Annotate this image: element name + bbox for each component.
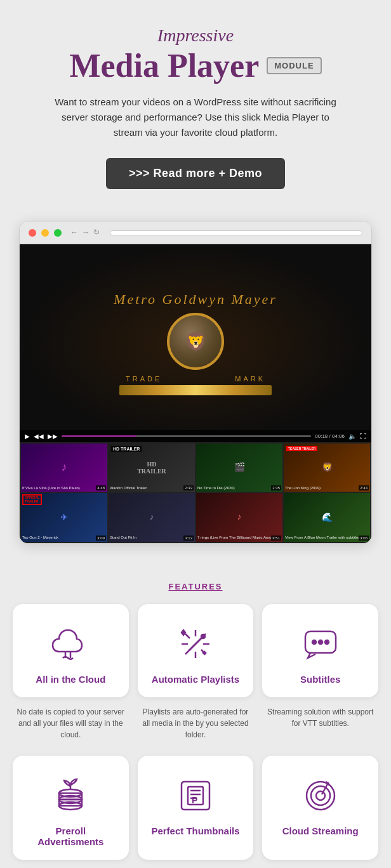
svg-point-12 xyxy=(319,640,322,644)
page-wrapper: Impressive Media Player MODULE Want to s… xyxy=(0,0,391,868)
playlist-item[interactable]: 🎬 No Time to Die (2020) 2:35 xyxy=(196,444,282,492)
feature-desc-playlists: Playlists are auto-generated for all med… xyxy=(138,706,254,740)
playlist-item[interactable]: ♪ Stand Out Fit In 3:13 xyxy=(109,493,195,542)
playlist-title: If Viva La Vida (Live in São Paulo) xyxy=(22,486,106,490)
thumb-visual: ♪ xyxy=(196,493,282,542)
playlist-title: View From A Blue Moon Trailer with subti… xyxy=(285,536,369,540)
volume-icon[interactable]: 🔈 xyxy=(348,433,356,440)
fullscreen-icon[interactable]: ⛶ xyxy=(360,433,366,440)
next-button[interactable]: ▶▶ xyxy=(48,433,58,440)
thumb-visual: 🌊 xyxy=(284,493,370,542)
playlist-duration: 4:48 xyxy=(96,485,106,490)
hd-badge: HD TRAILER xyxy=(111,446,142,452)
thumb-visual: 🎬 xyxy=(196,444,282,492)
feature-card-subtitles: Subtitles xyxy=(262,604,378,697)
mgm-lion-circle: 🦁 xyxy=(167,313,224,370)
hero-description: Want to stream your videos on a WordPres… xyxy=(50,95,341,140)
hero-title-text: Media Player xyxy=(69,47,259,84)
mgm-trademark: TRADE MARK xyxy=(126,375,265,383)
trade-text: TRADE xyxy=(126,375,162,383)
feature-name-preroll: Preroll Advertisments xyxy=(23,825,119,847)
playlist-duration: 3:09 xyxy=(96,536,106,541)
feature-card-cloud: All in the Cloud xyxy=(13,604,129,697)
playlist-title: Stand Out Fit In xyxy=(110,536,194,540)
browser-dot-yellow[interactable] xyxy=(41,229,49,237)
feature-desc-cloud: No date is copied to your server and all… xyxy=(13,706,129,740)
playlist-duration: 2:44 xyxy=(359,485,369,490)
feature-name-playlists: Automatic Playlists xyxy=(152,674,239,685)
features-grid-row1: All in the Cloud xyxy=(13,604,378,697)
browser-nav: ← → ↻ xyxy=(70,228,100,237)
features-desc-row1: No date is copied to your server and all… xyxy=(13,706,378,740)
browser-bar: ← → ↻ xyxy=(20,221,371,244)
forward-arrow[interactable]: → xyxy=(82,228,89,237)
browser-mockup: ← → ↻ Metro Goldwyn Mayer 🦁 TRADE xyxy=(19,221,372,544)
module-badge: MODULE xyxy=(267,57,321,74)
playlist-duration: 2:33 xyxy=(183,485,194,490)
playlist-item[interactable]: HDTRAILER HD TRAILER Aladdin Official Tr… xyxy=(109,444,195,492)
svg-line-8 xyxy=(189,636,203,650)
chat-bubble-icon xyxy=(298,622,343,666)
feature-desc-subtitles: Streaming solution with support for VTT … xyxy=(262,706,378,740)
svg-point-13 xyxy=(325,640,329,644)
playlist-duration: 3:06 xyxy=(359,536,369,541)
browser-wrap: ← → ↻ Metro Goldwyn Mayer 🦁 TRADE xyxy=(0,208,391,563)
svg-text:P: P xyxy=(192,795,197,805)
svg-point-11 xyxy=(312,640,316,644)
playlist-grid: ♪ If Viva La Vida (Live in São Paulo) 4:… xyxy=(20,442,371,543)
features-label: FEATURES xyxy=(13,582,378,591)
feature-name-thumbnails: Perfect Thumbnails xyxy=(151,825,239,836)
feature-card-thumbnails: P Perfect Thumbnails xyxy=(138,756,254,860)
playlist-item[interactable]: 🌊 View From A Blue Moon Trailer with sub… xyxy=(284,493,370,542)
progress-bar[interactable] xyxy=(62,435,311,437)
svg-line-4 xyxy=(185,634,190,638)
svg-point-27 xyxy=(311,786,330,805)
image-layout-icon: P xyxy=(173,773,218,818)
browser-dot-green[interactable] xyxy=(54,229,62,237)
playlist-item[interactable]: ♪ If Viva La Vida (Live in São Paulo) 4:… xyxy=(21,444,107,492)
playlist-item[interactable]: ✈ OFFICIALTRAILER Top Gun 2 - Maverick 3… xyxy=(21,493,107,542)
feature-card-playlists: Automatic Playlists xyxy=(138,604,254,697)
hero-impressive: Impressive xyxy=(38,25,353,46)
prev-button[interactable]: ◀◀ xyxy=(34,433,44,440)
refresh-icon[interactable]: ↻ xyxy=(93,228,100,237)
playlist-title: Top Gun 2 - Maverick xyxy=(22,536,106,540)
time-display: 00:18 / 04:06 xyxy=(315,433,345,439)
svg-point-9 xyxy=(201,635,205,638)
feature-name-cloud: All in the Cloud xyxy=(36,674,105,685)
cloud-icon xyxy=(48,622,93,666)
feature-name-streaming: Cloud Streaming xyxy=(282,825,359,836)
play-button[interactable]: ▶ xyxy=(25,433,30,440)
playlist-title: No Time to Die (2020) xyxy=(197,486,281,490)
feature-name-subtitles: Subtitles xyxy=(300,674,340,685)
browser-content: Metro Goldwyn Mayer 🦁 TRADE MARK ▶ ◀◀ xyxy=(20,244,371,543)
video-player: Metro Goldwyn Mayer 🦁 TRADE MARK ▶ ◀◀ xyxy=(20,244,371,442)
hero-title-row: Media Player MODULE xyxy=(38,47,353,84)
lion-icon: 🦁 xyxy=(185,331,207,352)
features-grid-row2: Preroll Advertisments P xyxy=(13,756,378,860)
playlist-duration: 2:35 xyxy=(271,485,281,490)
trailer-badge: TEASER TRAILER xyxy=(286,446,317,451)
playlist-title: 7 rings (Live From The Billboard Music A… xyxy=(197,536,281,540)
playlist-duration: 3:51 xyxy=(271,536,281,541)
thumb-visual: ♪ xyxy=(21,444,107,492)
progress-fill xyxy=(62,435,136,437)
browser-dot-red[interactable] xyxy=(29,229,36,237)
url-bar[interactable] xyxy=(110,230,362,235)
playlist-item[interactable]: ♪ 7 rings (Live From The Billboard Music… xyxy=(196,493,282,542)
demo-button[interactable]: >>> Read more + Demo xyxy=(106,158,285,189)
player-controls: ▶ ◀◀ ▶▶ 00:18 / 04:06 🔈 ⛶ xyxy=(20,430,371,442)
target-arrow-icon xyxy=(298,773,343,818)
svg-line-7 xyxy=(185,650,190,654)
coins-icon xyxy=(48,773,93,818)
feature-card-streaming: Cloud Streaming xyxy=(262,756,378,860)
features-section: FEATURES All in the Cloud xyxy=(0,563,391,868)
playlist-item[interactable]: 🦁 TEASER TRAILER The Lion King (2019) 2:… xyxy=(284,444,370,492)
mark-text: MARK xyxy=(235,375,265,383)
playlist-title: Aladdin Official Trailer xyxy=(110,486,194,490)
back-arrow[interactable]: ← xyxy=(70,228,78,237)
thumb-visual: ♪ xyxy=(109,493,195,542)
mgm-background: Metro Goldwyn Mayer 🦁 TRADE MARK xyxy=(20,244,371,442)
hero-section: Impressive Media Player MODULE Want to s… xyxy=(0,0,391,208)
playlist-duration: 3:13 xyxy=(183,536,194,541)
